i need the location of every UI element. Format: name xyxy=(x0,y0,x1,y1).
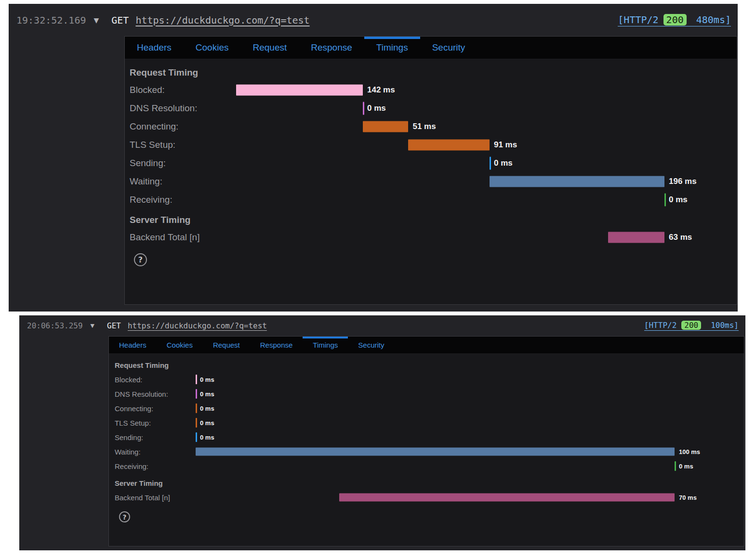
timing-value: 196 ms xyxy=(669,177,697,186)
timing-phase-label: Receiving: xyxy=(115,462,196,470)
status-badge: 200 xyxy=(663,14,687,26)
timing-track: 0 ms xyxy=(196,416,675,430)
timing-row: Waiting:100 ms xyxy=(115,444,744,459)
tab-cookies[interactable]: Cookies xyxy=(184,37,241,59)
section-title: Request Timing xyxy=(130,67,737,78)
request-details-pane: HeadersCookiesRequestResponseTimingsSecu… xyxy=(124,36,737,305)
timing-row: DNS Resolution:0 ms xyxy=(115,387,744,401)
timing-track: 0 ms xyxy=(236,99,664,117)
section-title: Server Timing xyxy=(115,479,744,487)
tab-headers[interactable]: Headers xyxy=(109,337,157,353)
timing-bar xyxy=(664,194,666,207)
tab-request[interactable]: Request xyxy=(203,337,250,353)
request-timestamp: 19:32:52.169 xyxy=(16,14,86,26)
collapse-arrow-icon[interactable]: ▼ xyxy=(94,16,99,24)
timing-phase-label: Backend Total [n] xyxy=(130,232,236,243)
timing-bar xyxy=(339,494,675,502)
timing-track: 142 ms xyxy=(236,81,664,99)
request-list-row[interactable]: 19:32:52.169 ▼ GET https://duckduckgo.co… xyxy=(9,4,738,36)
timing-row: Sending:0 ms xyxy=(115,430,744,444)
timing-value: 70 ms xyxy=(679,494,697,501)
request-timestamp: 20:06:53.259 xyxy=(27,321,83,330)
timing-bar xyxy=(363,121,408,132)
timing-row: Backend Total [n]70 ms xyxy=(115,490,744,505)
request-panel-2: 20:06:53.259 ▼ GET https://duckduckgo.co… xyxy=(19,315,745,550)
timing-track: 91 ms xyxy=(236,136,664,154)
request-list-row[interactable]: 20:06:53.259 ▼ GET https://duckduckgo.co… xyxy=(19,315,745,336)
collapse-arrow-icon[interactable]: ▼ xyxy=(91,323,94,329)
timing-track: 0 ms xyxy=(196,372,675,387)
timing-phase-label: Sending: xyxy=(115,433,196,442)
request-url-link[interactable]: https://duckduckgo.com/?q=test xyxy=(135,14,309,26)
tab-timings[interactable]: Timings xyxy=(303,337,348,353)
bracket-open: [ xyxy=(644,321,649,330)
timing-phase-label: TLS Setup: xyxy=(115,419,196,427)
request-details-pane: HeadersCookiesRequestResponseTimingsSecu… xyxy=(108,336,744,546)
timing-value: 0 ms xyxy=(494,158,513,168)
timing-track: 196 ms xyxy=(236,172,664,191)
timing-bar xyxy=(363,102,364,115)
timing-bar xyxy=(196,432,197,442)
timing-bar xyxy=(608,232,664,243)
timing-row: TLS Setup:0 ms xyxy=(115,416,744,430)
timing-bar xyxy=(196,403,197,413)
timing-bar xyxy=(196,448,675,456)
timing-phase-label: Blocked: xyxy=(130,85,236,95)
bracket-open: [ xyxy=(618,14,623,26)
bracket-close: ] xyxy=(725,14,731,26)
timing-row: DNS Resolution:0 ms xyxy=(130,99,737,117)
timing-track: 0 ms xyxy=(196,401,675,416)
tab-response[interactable]: Response xyxy=(299,37,364,59)
tab-timings[interactable]: Timings xyxy=(364,37,420,59)
timing-track: 0 ms xyxy=(236,191,664,209)
timing-row: Sending:0 ms xyxy=(130,154,737,172)
tab-security[interactable]: Security xyxy=(348,337,394,353)
timing-bar xyxy=(490,176,664,187)
timing-value: 51 ms xyxy=(412,122,436,131)
tab-request[interactable]: Request xyxy=(240,37,299,59)
section-title: Server Timing xyxy=(130,215,737,225)
timing-phase-label: Connecting: xyxy=(130,121,236,132)
request-panel-1: 19:32:52.169 ▼ GET https://duckduckgo.co… xyxy=(9,4,738,312)
timing-phase-label: Blocked: xyxy=(115,376,196,384)
timing-bar xyxy=(408,140,490,151)
timing-bar xyxy=(196,418,197,428)
timing-phase-label: DNS Resolution: xyxy=(115,390,196,398)
duration-label: 100ms xyxy=(711,321,734,330)
timing-phase-label: Waiting: xyxy=(115,448,196,456)
timing-track: 63 ms xyxy=(236,228,664,247)
timing-bar xyxy=(490,157,491,170)
protocol-label: HTTP/2 xyxy=(623,14,658,26)
details-tabbar: HeadersCookiesRequestResponseTimingsSecu… xyxy=(125,37,737,59)
timing-phase-label: Backend Total [n] xyxy=(115,494,196,502)
status-summary-link[interactable]: [HTTP/2200100ms] xyxy=(644,321,739,331)
tab-security[interactable]: Security xyxy=(420,37,477,59)
tab-cookies[interactable]: Cookies xyxy=(157,337,203,353)
timing-bar xyxy=(675,461,676,471)
timing-value: 0 ms xyxy=(200,419,214,427)
timing-phase-label: Connecting: xyxy=(115,404,196,413)
tab-response[interactable]: Response xyxy=(250,337,303,353)
timing-phase-label: Sending: xyxy=(130,158,236,169)
timing-phase-label: Receiving: xyxy=(130,195,236,205)
status-summary-link[interactable]: [HTTP/2200480ms] xyxy=(618,14,731,26)
timing-value: 0 ms xyxy=(669,195,688,205)
timing-value: 0 ms xyxy=(679,463,693,470)
timings-help-icon[interactable]: ? xyxy=(134,253,147,266)
timings-help-icon[interactable]: ? xyxy=(119,511,130,522)
timing-track: 100 ms xyxy=(196,444,675,459)
request-url-link[interactable]: https://duckduckgo.com/?q=test xyxy=(128,321,267,330)
timing-row: Backend Total [n]63 ms xyxy=(130,228,737,247)
timing-track: 0 ms xyxy=(196,459,675,473)
timing-value: 0 ms xyxy=(200,405,214,412)
timing-bar xyxy=(196,389,197,399)
bracket-close: ] xyxy=(734,321,739,330)
timing-value: 0 ms xyxy=(367,104,386,113)
timing-value: 0 ms xyxy=(200,434,214,441)
timing-row: Receiving:0 ms xyxy=(115,459,744,473)
timing-row: TLS Setup:91 ms xyxy=(130,136,737,154)
timing-row: Blocked:142 ms xyxy=(130,81,737,99)
timing-bar xyxy=(236,85,363,96)
timing-row: Blocked:0 ms xyxy=(115,372,744,387)
tab-headers[interactable]: Headers xyxy=(125,37,184,59)
